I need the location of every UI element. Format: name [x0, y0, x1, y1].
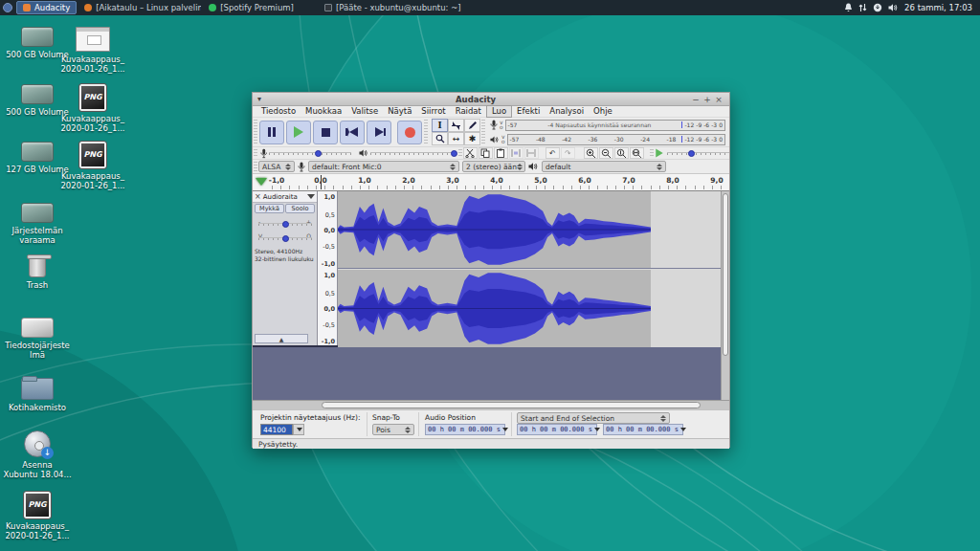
timeline-ruler[interactable]: -1,0 0,0 1,0 2,0 3,0 4,0 5,0 6,0 7,0 8,0…: [253, 173, 729, 191]
stop-button[interactable]: [313, 121, 338, 144]
output-device-select[interactable]: default: [542, 161, 666, 172]
gain-slider[interactable]: [258, 223, 312, 226]
toolbar-grip[interactable]: [254, 162, 257, 171]
toolbar-grip[interactable]: [650, 149, 654, 157]
pause-button[interactable]: [259, 121, 284, 144]
audio-track[interactable]: × Audioraita Mykkä Soolo - + V: [253, 191, 723, 347]
desktop-icon-system-reserved[interactable]: Järjestelmän varaama: [0, 203, 75, 245]
multi-tool-button[interactable]: ✱: [464, 132, 480, 145]
zoom-out-button[interactable]: [599, 147, 613, 159]
titlebar[interactable]: ▾ Audacity − + ×: [253, 93, 729, 106]
pan-slider[interactable]: [258, 237, 312, 240]
taskbar-button-browser[interactable]: [Aikataulu – Linux palvelimet ...: [78, 1, 201, 14]
channel-left[interactable]: [338, 191, 723, 269]
menu-ohje[interactable]: Ohje: [589, 106, 617, 117]
solo-button[interactable]: Soolo: [285, 204, 315, 213]
mute-button[interactable]: Mykkä: [255, 204, 284, 213]
copy-button[interactable]: [479, 147, 493, 159]
desktop-icon-install[interactable]: Asenna Xubuntu 18.04...: [0, 430, 75, 479]
desktop-icon-screenshot-1[interactable]: Kuvakaappaus_ 2020-01-26_1...: [56, 27, 130, 74]
menu-tiedosto[interactable]: Tiedosto: [256, 106, 301, 117]
selection-end-field[interactable]: 00 h 00 m 00.000 s: [603, 424, 683, 435]
toolbar-grip[interactable]: [254, 120, 257, 144]
desktop-icon-screenshot-3[interactable]: PNGKuvakaappaus_ 2020-01-26_1...: [56, 142, 130, 190]
scrollbar-thumb[interactable]: [322, 402, 701, 408]
selection-tool-button[interactable]: I: [432, 119, 448, 132]
maximize-button[interactable]: +: [702, 94, 713, 105]
desktop-icon-screenshot-2[interactable]: PNGKuvakaappaus_ 2020-01-26_1...: [56, 84, 130, 133]
input-channels-select[interactable]: 2 (stereo) ään: [462, 161, 525, 172]
vertical-scrollbar[interactable]: [721, 191, 729, 400]
play-button[interactable]: [286, 121, 311, 144]
toolbar-grip[interactable]: [424, 120, 428, 144]
snap-to-select[interactable]: Pois: [372, 424, 414, 435]
audio-position-field[interactable]: 00 h 00 m 00.000 s: [425, 424, 505, 435]
track-close-button[interactable]: ×: [255, 192, 261, 201]
redo-button[interactable]: ↷: [561, 147, 575, 159]
audio-host-select[interactable]: ALSA: [258, 161, 295, 172]
track-collapse-button[interactable]: ▲: [255, 334, 308, 343]
recording-meter[interactable]: -57 -4 Napsautus käynnistää seurannan -1…: [505, 120, 725, 131]
playback-volume-slider[interactable]: [370, 152, 453, 155]
trim-button[interactable]: [509, 147, 523, 159]
scrollbar-thumb[interactable]: [723, 193, 728, 356]
toolbar-grip[interactable]: [254, 149, 257, 157]
timeshift-tool-button[interactable]: ↔: [448, 132, 464, 145]
menu-efekti[interactable]: Efekti: [512, 106, 545, 117]
slider-thumb[interactable]: [315, 150, 322, 157]
update-icon[interactable]: [873, 3, 882, 12]
desktop-icon-trash[interactable]: Trash: [0, 256, 75, 290]
track-name[interactable]: Audioraita: [263, 193, 305, 201]
slider-thumb[interactable]: [282, 235, 289, 242]
taskbar-button-terminal[interactable]: [Pääte - xubuntu@xubuntu: ~]: [319, 1, 467, 14]
zoom-tool-button[interactable]: [432, 132, 448, 145]
recording-volume-slider[interactable]: [269, 152, 351, 155]
zoom-in-button[interactable]: [584, 147, 598, 159]
record-button[interactable]: [397, 121, 422, 144]
selection-start-field[interactable]: 00 h 00 m 00.000 s: [517, 424, 597, 435]
undo-button[interactable]: ↶: [546, 147, 560, 159]
slider-thumb[interactable]: [688, 150, 695, 157]
menu-siirrot[interactable]: Siirrot: [416, 106, 450, 117]
toolbar-grip[interactable]: [481, 120, 485, 144]
paste-button[interactable]: [494, 147, 508, 159]
volume-icon[interactable]: [888, 3, 899, 12]
draw-tool-button[interactable]: [464, 119, 480, 132]
menu-nayta[interactable]: Näytä: [383, 106, 416, 117]
input-device-select[interactable]: default: Front Mic:0: [308, 161, 459, 172]
channel-right[interactable]: [338, 270, 723, 347]
taskbar-button-audacity[interactable]: Audacity: [16, 1, 77, 14]
toolbar-grip[interactable]: [458, 149, 462, 157]
slider-thumb[interactable]: [282, 221, 289, 228]
menu-luo[interactable]: Luo: [486, 105, 512, 118]
selection-range-select[interactable]: Start and End of Selection: [517, 412, 670, 424]
horizontal-scrollbar[interactable]: [253, 400, 729, 409]
skip-end-button[interactable]: [367, 121, 391, 144]
track-area[interactable]: × Audioraita Mykkä Soolo - + V: [253, 191, 729, 400]
menu-raidat[interactable]: Raidat: [451, 106, 486, 117]
waveform-area[interactable]: [338, 191, 723, 345]
desktop-icon-screenshot-4[interactable]: PNGKuvakaappaus_ 2020-01-26_1...: [0, 492, 75, 540]
menu-muokkaa[interactable]: Muokkaa: [301, 106, 346, 117]
menu-analysoi[interactable]: Analysoi: [545, 106, 589, 117]
zoom-selection-button[interactable]: [614, 147, 629, 159]
notification-bell-icon[interactable]: [844, 3, 853, 12]
cut-button[interactable]: [463, 147, 478, 159]
clock[interactable]: 26 tammi, 17:03: [904, 3, 972, 12]
silence-button[interactable]: [524, 147, 539, 159]
slider-thumb[interactable]: [451, 150, 457, 157]
menu-valitse[interactable]: Valitse: [346, 106, 383, 117]
dropdown-arrow-icon[interactable]: [293, 424, 304, 435]
track-menu-arrow-icon[interactable]: [307, 194, 315, 199]
project-rate-select[interactable]: 44100: [260, 424, 304, 435]
whisker-menu-icon[interactable]: [3, 3, 12, 12]
play-at-speed-button[interactable]: [656, 149, 663, 158]
zoom-fit-button[interactable]: [630, 147, 644, 159]
audio-clip[interactable]: [338, 270, 651, 347]
close-button[interactable]: ×: [713, 94, 724, 105]
skip-start-button[interactable]: [340, 121, 365, 144]
audio-clip[interactable]: [338, 191, 651, 268]
minimize-button[interactable]: −: [690, 94, 702, 105]
desktop-icon-filesystem[interactable]: Tiedostojärjeste lmä: [0, 318, 75, 360]
taskbar-button-spotify[interactable]: [Spotify Premium]: [203, 1, 300, 14]
